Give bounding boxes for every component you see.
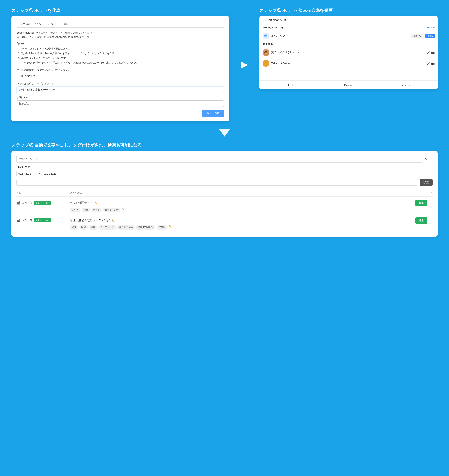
tab-bar: ローカルファイル ボット 撮影 xyxy=(17,21,224,28)
bot-name-group: ボットの表示名（Zoomのみ対応、オプション） xyxy=(17,68,224,79)
edit-button-1[interactable]: 編集 xyxy=(415,217,427,224)
edit-button-0[interactable]: 編集 xyxy=(415,200,427,206)
file-name-label: ファイル管理名（オプション）： xyxy=(17,82,224,85)
tags-edit-icon-1[interactable]: ✏️ xyxy=(169,225,172,230)
tag-0-0[interactable]: ボット xyxy=(70,208,80,212)
tags-row-0: ボット 録画 テスト 霙ラボ／大橋 ✏️ xyxy=(17,208,432,212)
col-nav-header: ← → xyxy=(425,191,432,194)
tag-0-1[interactable]: 録画 xyxy=(82,208,90,212)
result-filename-1: 経理、財務の定期ミーティング xyxy=(70,219,110,222)
col-date-header: 日付 xyxy=(17,191,70,194)
date-to-clear[interactable]: ✕ xyxy=(57,172,59,175)
tag-1-3[interactable]: ミーティング xyxy=(98,225,116,230)
url-input[interactable] xyxy=(17,100,224,107)
create-bot-button[interactable]: ボット作成 xyxy=(202,109,224,117)
admit-button[interactable]: Admit xyxy=(425,34,434,38)
date-from-value: 09/14/2022 xyxy=(18,172,31,175)
tag-1-1[interactable]: 財務 xyxy=(79,225,88,230)
result-filename-col-1: 経理、財務の定期ミーティング ✏️ xyxy=(70,219,415,222)
search-button[interactable]: 検索 xyxy=(420,179,432,186)
file-name-group: ファイル管理名（オプション）： xyxy=(17,82,224,93)
header-chevron-icon: ⌄ xyxy=(263,18,265,22)
joined-chevron-icon: ⌄ xyxy=(275,43,277,45)
date-from-clear[interactable]: ✕ xyxy=(32,172,34,175)
step1-description: ZoomやTeamsの会議にボットが入ってきて動画を記録してくれます。現在対応で… xyxy=(17,31,224,39)
invite-button[interactable]: Invite xyxy=(263,82,320,88)
waiting-chevron-icon: ⌄ xyxy=(284,26,286,29)
bot-name-input[interactable] xyxy=(17,73,224,79)
zoom-panel: ⌄ Participants (3) Waiting Room (1) ⌄ Me… xyxy=(259,16,438,90)
date-tag-label: 日付とタグ xyxy=(17,166,432,169)
video-icon-1: 📹 xyxy=(17,219,20,222)
url-group: 会議のURL xyxy=(17,96,224,107)
date-from-field[interactable]: 09/14/2022 ✕ xyxy=(17,171,36,176)
tag-1-5[interactable]: TakeuchiYukino xyxy=(136,225,155,230)
joined-title: Joined (2) ⌄ xyxy=(263,43,277,45)
file-name-input[interactable] xyxy=(17,87,224,93)
usage-item-3: 会議にボットが入ってきていればokです。 ※ Zoomの場合はボットを承認してあ… xyxy=(21,56,224,65)
result-main-row-0: 📹 09月21日 文字起こし完了 ボット録画テスト ✏️ 編集 ⋮ xyxy=(17,200,432,206)
tag-1-4[interactable]: 霙ラボ／大橋 xyxy=(117,225,135,230)
tag-1-0[interactable]: 経理 xyxy=(70,225,78,230)
url-label: 会議のURL xyxy=(17,96,224,99)
date-to-value: 09/21/2022 xyxy=(44,172,56,175)
mute-all-button[interactable]: Mute All xyxy=(320,82,377,88)
tab-photo[interactable]: 撮影 xyxy=(60,21,72,28)
more-chevron-icon: ⌄ xyxy=(408,84,410,86)
member-name: TakeuchiYukino xyxy=(271,62,425,65)
prev-page-icon[interactable]: ← xyxy=(425,191,428,194)
result-filename-col-0: ボット録画テスト ✏️ xyxy=(70,201,415,205)
step3-label: ステップ③ 自動で文字おこし、タグ付けがされ、検索も可能になる xyxy=(11,142,438,148)
tag-0-3[interactable]: 霙ラボ／大橋 xyxy=(103,208,120,212)
more-button[interactable]: More ⌄ xyxy=(377,82,434,88)
step1-label: ステップ① ボットを作成 xyxy=(11,8,229,13)
tag-0-2[interactable]: テスト xyxy=(91,208,102,212)
next-page-icon[interactable]: → xyxy=(430,191,432,194)
more-dots-0[interactable]: ⋮ xyxy=(429,201,432,205)
usage-item-2: 開始済みZoom会議、Teams会議のurlをフォームにコピーして「ボット作成」… xyxy=(21,51,224,56)
date-tilde: 〜 xyxy=(38,172,40,175)
tag-search-input[interactable] xyxy=(17,179,418,186)
waiting-participant-name: ロビンマスク xyxy=(270,34,409,38)
date-to-field[interactable]: 09/21/2022 ✕ xyxy=(42,171,61,176)
arrow-down-container xyxy=(11,129,438,137)
result-row-1: 📹 09月21日 文字起こし完了 経理、財務の定期ミーティング ✏️ 編集 ⋮ … xyxy=(17,215,432,232)
video-icon-0: 📹 xyxy=(17,201,20,205)
joined-header: Joined (2) ⌄ xyxy=(259,41,438,47)
mic-icon-member: 🎤 xyxy=(427,62,430,65)
filename-edit-icon-0[interactable]: ✏️ xyxy=(94,201,97,204)
filename-edit-icon-1[interactable]: ✏️ xyxy=(111,219,115,222)
host-icons: 🎤 📷 xyxy=(427,51,434,54)
result-date-1: 09月21日 xyxy=(22,219,32,222)
step2-label: ステップ② ボットがZoom会議を録画 xyxy=(259,8,438,13)
result-main-row-1: 📹 09月21日 文字起こし完了 経理、財務の定期ミーティング ✏️ 編集 ⋮ xyxy=(17,217,432,224)
transcribed-badge-0: 文字起こし完了 xyxy=(34,201,51,205)
host-avatar: 👩 xyxy=(263,49,269,56)
zoom-footer: Invite Mute All More ⌄ xyxy=(259,80,438,90)
member-icons: 🎤 📷 xyxy=(427,62,434,65)
waiting-room-title: Waiting Room (1) ⌄ xyxy=(263,26,286,29)
tab-bot[interactable]: ボット xyxy=(45,21,60,28)
tags-edit-icon-0[interactable]: ✏️ xyxy=(122,208,125,212)
waiting-participant-row: ロビンマスク Remove Admit xyxy=(259,31,438,41)
step1-card: ローカルファイル ボット 撮影 ZoomやTeamsの会議にボットが入ってきて動… xyxy=(11,16,229,121)
tag-1-2[interactable]: 定期 xyxy=(89,225,97,230)
refresh-icon[interactable]: ↻ xyxy=(425,157,428,161)
tag-1-6[interactable]: Yatabe xyxy=(157,225,167,230)
tab-local-file[interactable]: ローカルファイル xyxy=(17,21,45,28)
member-avatar: T xyxy=(263,60,269,67)
col-filename-header: ファイル名 xyxy=(70,191,425,194)
remove-button[interactable]: Remove xyxy=(411,34,423,38)
usage-list: Zoom、あるいはTeamの会議を開始します。 開始済みZoom会議、Teams… xyxy=(17,46,224,65)
message-link[interactable]: Message xyxy=(424,26,434,29)
mic-icon-host: 🎤 xyxy=(427,51,430,54)
transcribed-badge-1: 文字起こし完了 xyxy=(34,218,51,222)
search-top-row: ↻ ☷ xyxy=(17,155,432,163)
result-filename-0: ボット録画テスト xyxy=(70,201,93,205)
step1-section: ステップ① ボットを作成 ローカルファイル ボット 撮影 ZoomやTeamsの… xyxy=(11,8,229,121)
search-keyword-input[interactable] xyxy=(17,155,422,163)
more-dots-1[interactable]: ⋮ xyxy=(429,218,432,223)
layout-icon[interactable]: ☷ xyxy=(430,157,432,161)
result-date-0: 09月21日 xyxy=(22,201,32,205)
bot-name-label: ボットの表示名（Zoomのみ対応、オプション） xyxy=(17,68,224,72)
